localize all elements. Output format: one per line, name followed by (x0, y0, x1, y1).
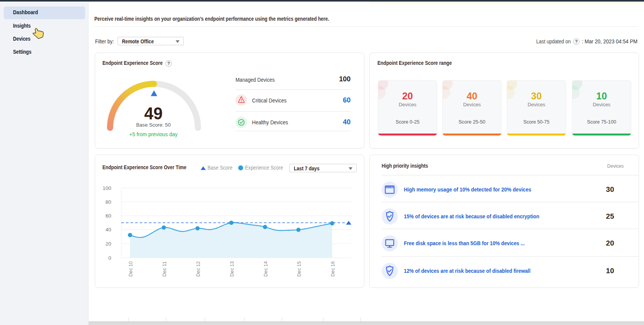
svg-text:100: 100 (102, 185, 111, 191)
svg-text:0: 0 (108, 255, 111, 261)
svg-text:Dec 10: Dec 10 (128, 261, 133, 277)
svg-text:Dec 12: Dec 12 (195, 261, 201, 277)
svg-text:20: 20 (105, 241, 111, 247)
svg-text:80: 80 (105, 199, 111, 205)
svg-text:40: 40 (105, 227, 111, 233)
svg-text:60: 60 (105, 213, 111, 219)
svg-text:Dec 14: Dec 14 (263, 261, 268, 277)
svg-text:Dec 16: Dec 16 (330, 261, 336, 277)
svg-text:Dec 13: Dec 13 (229, 261, 235, 277)
svg-text:Dec 11: Dec 11 (161, 261, 167, 277)
svg-text:Dec 15: Dec 15 (296, 261, 302, 277)
